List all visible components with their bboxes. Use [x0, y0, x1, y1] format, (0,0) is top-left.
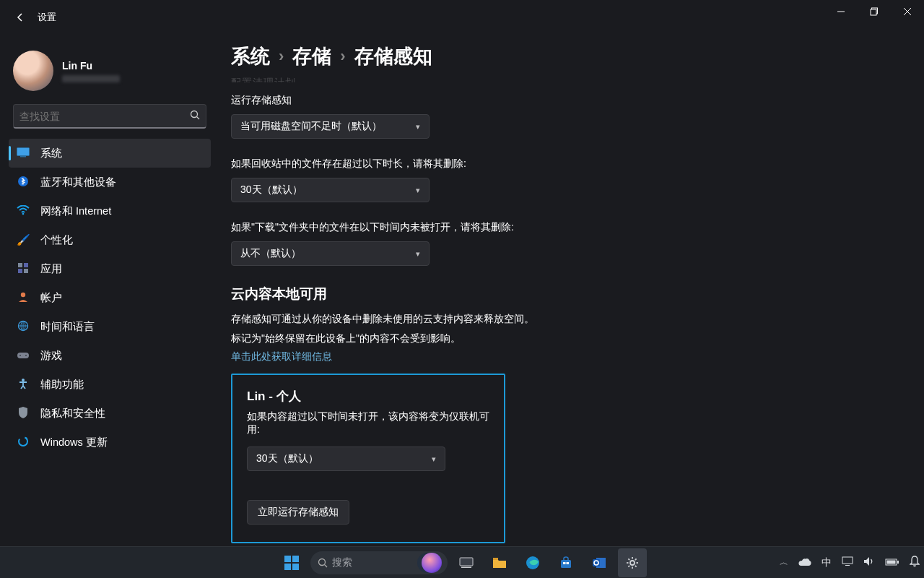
tray-chevron-up-icon[interactable]: ︿ — [780, 556, 788, 569]
breadcrumb-system[interactable]: 系统 — [231, 43, 270, 69]
run-label: 运行存储感知 — [231, 94, 924, 107]
taskbar-search[interactable]: 搜索 — [310, 551, 448, 574]
outlook-button[interactable] — [585, 548, 614, 577]
svg-rect-51 — [887, 560, 896, 564]
svg-rect-24 — [292, 556, 299, 562]
battery-icon[interactable] — [885, 557, 899, 569]
cloud-desc-1: 存储感知可通过从你的设备中删除未使用的云支持内容来释放空间。 — [231, 309, 924, 329]
svg-rect-13 — [18, 269, 22, 273]
sidebar-item-system[interactable]: 系统 — [9, 139, 211, 168]
chevron-right-icon: › — [340, 47, 345, 66]
svg-rect-23 — [284, 556, 291, 562]
person-icon — [16, 291, 30, 305]
back-button[interactable] — [6, 3, 35, 32]
sidebar-item-label: 系统 — [40, 147, 62, 160]
chevron-down-icon: ▾ — [416, 122, 420, 131]
box-desc: 如果内容超过以下时间未打开，该内容将变为仅联机可用: — [247, 410, 489, 436]
search-orb-icon — [422, 553, 442, 573]
download-label: 如果"下载"文件夹中的文件在以下时间内未被打开，请将其删除: — [231, 221, 924, 234]
download-dropdown[interactable]: 从不（默认） ▾ — [231, 241, 430, 266]
taskbar-search-placeholder: 搜索 — [332, 556, 417, 569]
run-dropdown[interactable]: 当可用磁盘空间不足时（默认） ▾ — [231, 114, 430, 139]
box-dropdown[interactable]: 30天（默认） ▾ — [247, 447, 445, 471]
system-tray: ︿ 中 — [780, 556, 920, 569]
brush-icon: 🖌️ — [16, 233, 30, 246]
task-view-button[interactable] — [452, 548, 481, 577]
window-title: 设置 — [38, 11, 56, 24]
profile-block[interactable]: Lin Fu — [13, 51, 206, 91]
search-field[interactable] — [19, 111, 190, 122]
svg-line-6 — [197, 117, 200, 120]
sidebar-item-label: 辅助功能 — [40, 378, 84, 392]
svg-rect-29 — [460, 558, 473, 566]
svg-line-47 — [635, 558, 637, 560]
notifications-icon[interactable] — [910, 556, 920, 569]
sidebar-item-label: 个性化 — [40, 233, 73, 247]
svg-point-21 — [22, 379, 25, 381]
bluetooth-icon — [16, 176, 30, 189]
svg-point-39 — [630, 561, 635, 565]
svg-rect-35 — [567, 562, 570, 564]
svg-rect-8 — [20, 156, 26, 158]
display-icon — [16, 147, 30, 160]
minimize-button[interactable] — [824, 0, 858, 23]
svg-line-28 — [325, 564, 328, 567]
dropdown-value: 30天（默认） — [240, 184, 302, 197]
sidebar-item-accounts[interactable]: 帐户 — [9, 283, 211, 312]
network-icon[interactable] — [842, 556, 853, 569]
update-icon — [16, 436, 30, 449]
sidebar-item-bluetooth[interactable]: 蓝牙和其他设备 — [9, 168, 211, 197]
sidebar-item-label: Windows 更新 — [40, 436, 108, 449]
settings-button[interactable] — [618, 548, 647, 577]
recycle-dropdown[interactable]: 30天（默认） ▾ — [231, 178, 430, 202]
sidebar-item-windows-update[interactable]: Windows 更新 — [9, 428, 211, 457]
breadcrumb: 系统 › 存储 › 存储感知 — [231, 43, 924, 69]
sidebar-item-label: 蓝牙和其他设备 — [40, 176, 116, 189]
svg-rect-14 — [24, 269, 28, 273]
explorer-button[interactable] — [485, 548, 514, 577]
svg-point-10 — [22, 212, 25, 215]
dropdown-value: 当可用磁盘空间不足时（默认） — [240, 120, 382, 133]
sidebar-item-label: 应用 — [40, 262, 62, 276]
sidebar-item-privacy[interactable]: 隐私和安全性 — [9, 399, 211, 428]
svg-rect-34 — [563, 562, 566, 564]
sidebar-item-gaming[interactable]: 游戏 — [9, 341, 211, 370]
svg-point-5 — [191, 111, 198, 118]
sidebar-item-apps[interactable]: 应用 — [9, 254, 211, 283]
profile-email-blurred — [62, 75, 120, 82]
box-title: Lin - 个人 — [247, 388, 489, 405]
sidebar-item-time-language[interactable]: 时间和语言 — [9, 312, 211, 341]
accessibility-icon — [16, 378, 30, 392]
dropdown-value: 从不（默认） — [240, 247, 301, 260]
store-button[interactable] — [552, 548, 580, 577]
sidebar-item-label: 帐户 — [40, 291, 62, 305]
cloud-section-title: 云内容本地可用 — [231, 285, 924, 303]
close-button[interactable] — [891, 0, 924, 23]
svg-rect-11 — [18, 263, 22, 267]
svg-rect-12 — [24, 263, 28, 267]
cloud-details-link[interactable]: 单击此处获取详细信息 — [231, 350, 332, 363]
sidebar-item-personalization[interactable]: 🖌️ 个性化 — [9, 225, 211, 254]
svg-rect-33 — [561, 560, 571, 568]
sidebar-item-network[interactable]: 网络和 Internet — [9, 197, 211, 225]
svg-point-27 — [319, 558, 326, 565]
taskbar-center: 搜索 — [277, 547, 647, 578]
personal-account-box: Lin - 个人 如果内容超过以下时间未打开，该内容将变为仅联机可用: 30天（… — [231, 374, 505, 543]
breadcrumb-storage[interactable]: 存储 — [292, 43, 331, 69]
sidebar-item-accessibility[interactable]: 辅助功能 — [9, 370, 211, 399]
start-button[interactable] — [277, 548, 306, 577]
edge-button[interactable] — [518, 548, 547, 577]
cloud-desc-2: 标记为"始终保留在此设备上"的内容不会受到影响。 — [231, 329, 924, 348]
search-icon — [190, 110, 200, 122]
run-now-button[interactable]: 立即运行存储感知 — [247, 500, 349, 525]
svg-rect-30 — [461, 566, 471, 568]
volume-icon[interactable] — [863, 556, 875, 569]
window-controls — [824, 0, 924, 23]
maximize-button[interactable] — [858, 0, 891, 23]
svg-line-45 — [635, 565, 637, 566]
svg-point-15 — [21, 292, 25, 296]
search-input[interactable] — [13, 104, 206, 129]
onedrive-icon[interactable] — [798, 557, 811, 569]
wifi-icon — [16, 205, 30, 217]
ime-indicator[interactable]: 中 — [821, 556, 832, 569]
